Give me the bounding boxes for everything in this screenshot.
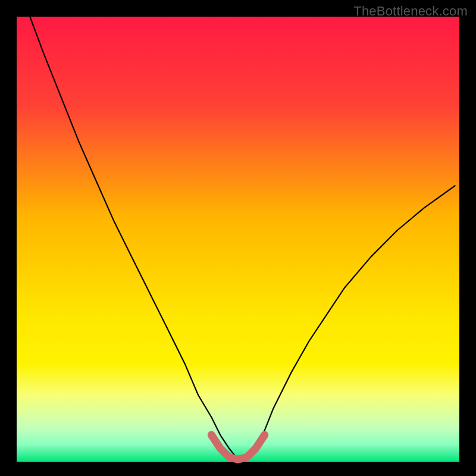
plot-background (17, 17, 459, 462)
optimal-zone-dot-left (208, 431, 215, 439)
chart-frame: TheBottleneck.com (0, 0, 476, 476)
optimal-zone-dot-right (261, 431, 268, 439)
watermark-text: TheBottleneck.com (353, 4, 468, 19)
bottleneck-chart (0, 0, 476, 476)
